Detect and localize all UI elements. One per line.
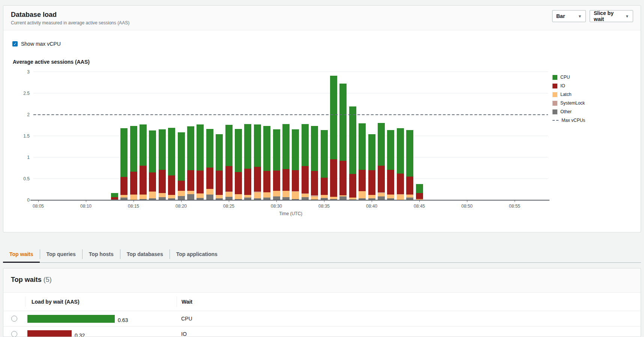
top-waits-count: (5) — [44, 276, 52, 283]
stacked-bar-08:28[interactable] — [254, 124, 261, 200]
tab-top-hosts[interactable]: Top hosts — [83, 246, 120, 262]
stacked-bar-08:18[interactable] — [159, 129, 166, 200]
bar-segment-cpu — [321, 130, 328, 178]
bar-segment-io — [273, 171, 280, 191]
legend-item-systemlock: SystemLock — [552, 100, 585, 106]
show-max-vcpu-row: ✓ Show max vCPU — [12, 41, 61, 47]
bar-segment-latch — [130, 195, 137, 200]
bar-segment-cpu — [397, 128, 404, 174]
bar-segment-io — [178, 181, 185, 191]
stacked-bar-08:45[interactable] — [416, 184, 423, 200]
dashed-line-swatch — [552, 120, 558, 121]
bar-segment-latch — [311, 196, 318, 199]
stacked-bar-08:43[interactable] — [397, 128, 404, 200]
gridline — [33, 157, 548, 157]
stacked-bar-08:33[interactable] — [302, 124, 309, 200]
stacked-bar-08:41[interactable] — [378, 123, 385, 200]
stacked-bar-08:32[interactable] — [292, 129, 299, 200]
stacked-bar-08:14[interactable] — [120, 128, 128, 200]
chart-type-dropdown[interactable]: Bar ▼ — [552, 10, 586, 22]
bar-segment-latch — [168, 195, 175, 198]
legend-item-cpu: CPU — [552, 75, 585, 80]
chevron-down-icon: ▼ — [625, 14, 629, 18]
stacked-bar-08:25[interactable] — [225, 125, 233, 200]
stacked-bar-08:19[interactable] — [168, 128, 175, 200]
tab-top-applications[interactable]: Top applications — [170, 246, 224, 262]
wait-name: CPU — [177, 316, 641, 322]
stacked-bar-08:13[interactable] — [111, 193, 118, 200]
bar-segment-io — [130, 172, 137, 195]
show-max-vcpu-label: Show max vCPU — [21, 41, 61, 47]
bar-segment-cpu — [339, 84, 347, 161]
row-radio-button[interactable] — [11, 316, 17, 322]
bar-segment-io — [216, 171, 223, 195]
stacked-bar-08:44[interactable] — [406, 130, 413, 200]
stacked-bar-08:15[interactable] — [130, 126, 137, 200]
stacked-bar-08:27[interactable] — [244, 124, 251, 200]
show-max-vcpu-checkbox[interactable]: ✓ — [12, 41, 18, 46]
legend-label: CPU — [560, 75, 570, 80]
stacked-bar-08:39[interactable] — [359, 123, 366, 200]
x-axis-title: Time (UTC) — [33, 211, 548, 216]
legend-item-max_vcpus: Max vCPUs — [552, 118, 585, 123]
stacked-bar-08:21[interactable] — [187, 126, 194, 200]
bar-segment-cpu — [349, 106, 356, 174]
database-load-panel: Database load Current activity measured … — [3, 5, 641, 232]
bar-segment-cpu — [263, 126, 270, 171]
chart-legend: CPUIOLatchSystemLockOtherMax vCPUs — [552, 75, 585, 123]
stacked-bar-08:38[interactable] — [349, 106, 356, 200]
stacked-bar-08:40[interactable] — [368, 134, 375, 200]
stacked-bar-08:24[interactable] — [216, 134, 223, 200]
y-axis-tick-label: 1 — [14, 155, 30, 160]
bar-segment-io — [225, 166, 233, 192]
chevron-down-icon: ▼ — [578, 14, 582, 18]
stacked-bar-08:35[interactable] — [321, 130, 328, 200]
top-waits-rows: 0.63CPU0.32IO — [3, 311, 641, 337]
bar-segment-io — [406, 177, 413, 195]
tab-top-databases[interactable]: Top databases — [120, 246, 170, 262]
x-axis-tick-label: 08:25 — [218, 204, 240, 209]
tab-top-queries[interactable]: Top queries — [40, 246, 82, 262]
bar-segment-io — [378, 166, 385, 193]
stacked-bar-08:26[interactable] — [235, 129, 242, 200]
row-radio-button[interactable] — [11, 331, 17, 337]
bar-segment-latch — [120, 195, 128, 198]
stacked-bar-08:42[interactable] — [387, 130, 394, 200]
top-waits-table-header: Load by wait (AAS) Wait — [3, 293, 641, 311]
stacked-bar-08:16[interactable] — [140, 124, 147, 200]
stacked-bar-08:30[interactable] — [273, 129, 280, 200]
bar-segment-io — [359, 170, 366, 191]
bar-segment-cpu — [254, 124, 261, 167]
tab-top-waits[interactable]: Top waits — [3, 246, 40, 262]
bar-segment-latch — [368, 195, 375, 198]
stacked-bar-08:23[interactable] — [206, 129, 213, 200]
bar-segment-latch — [292, 192, 299, 199]
bar-segment-cpu — [159, 129, 166, 170]
radio-cell — [3, 331, 25, 337]
bar-segment-cpu — [368, 134, 375, 170]
bar-segment-latch — [263, 192, 270, 198]
stacked-bar-08:17[interactable] — [149, 130, 156, 200]
gridline — [33, 136, 548, 136]
stacked-bar-08:34[interactable] — [311, 126, 318, 200]
stacked-bar-08:20[interactable] — [178, 132, 185, 200]
bar-segment-cpu — [292, 129, 299, 170]
bar-segment-io — [292, 170, 299, 191]
stacked-bar-08:37[interactable] — [339, 84, 347, 200]
bar-segment-latch — [149, 192, 156, 198]
stacked-bar-08:22[interactable] — [197, 124, 204, 200]
legend-label: Max vCPUs — [561, 118, 585, 123]
load-bar — [27, 330, 72, 337]
bar-segment-cpu — [311, 126, 318, 171]
y-axis-tick-label: 3 — [14, 69, 30, 75]
slice-by-dropdown[interactable]: Slice by wait ▼ — [590, 10, 633, 22]
stacked-bar-08:36[interactable] — [330, 76, 337, 200]
load-column-header: Load by wait (AAS) — [25, 297, 177, 307]
legend-item-other: Other — [552, 109, 585, 114]
stacked-bar-08:31[interactable] — [282, 124, 290, 200]
x-axis-line — [30, 200, 549, 201]
bar-segment-io — [321, 178, 328, 195]
page-title: Database load — [11, 11, 633, 19]
stacked-bar-08:29[interactable] — [263, 126, 270, 200]
aas-stacked-bar-chart[interactable]: 00.511.522.5308:0508:1008:1508:2008:2508… — [33, 72, 548, 200]
